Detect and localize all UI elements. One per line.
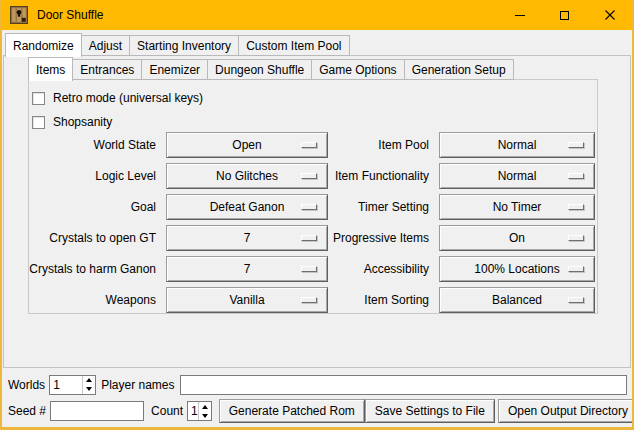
tab-entrances[interactable]: Entrances <box>73 59 142 80</box>
tab-generation-setup[interactable]: Generation Setup <box>405 59 514 80</box>
option-row: World State Open Item Pool Normal <box>29 129 597 160</box>
dropdown-indicator-icon <box>568 173 584 179</box>
spinner-up-button[interactable] <box>83 376 95 385</box>
app-window: Door Shuffle Randomize Adjust Starting I… <box>0 0 634 430</box>
dropdown-indicator-icon <box>568 297 584 303</box>
close-button[interactable] <box>587 0 632 30</box>
dropdown-world-state[interactable]: Open <box>166 132 328 158</box>
count-spinbox[interactable]: 1 <box>187 401 212 421</box>
dropdown-indicator-icon <box>568 142 584 148</box>
titlebar: Door Shuffle <box>2 0 632 30</box>
close-icon <box>604 9 616 21</box>
main-tabbar: Randomize Adjust Starting Inventory Cust… <box>5 33 350 56</box>
worlds-spinbox[interactable]: 1 <box>49 375 96 395</box>
save-settings-button[interactable]: Save Settings to File <box>365 399 495 423</box>
item-sorting-label: Item Sorting <box>328 293 434 307</box>
spinner-up-button[interactable] <box>199 402 211 411</box>
maximize-icon <box>560 11 569 20</box>
tab-label: Custom Item Pool <box>246 39 341 53</box>
spinner-down-button[interactable] <box>83 385 95 394</box>
dropdown-crystals-gt[interactable]: 7 <box>166 225 328 251</box>
player-names-label: Player names <box>101 378 174 392</box>
dropdown-value: No Glitches <box>216 169 278 183</box>
settings-tabbar: Items Entrances Enemizer Dungeon Shuffle… <box>28 57 514 80</box>
worlds-row: Worlds 1 Player names <box>8 374 627 395</box>
dropdown-indicator-icon <box>301 142 317 148</box>
window-title: Door Shuffle <box>37 8 104 22</box>
dropdown-value: Open <box>232 138 261 152</box>
dropdown-value: 100% Locations <box>474 262 559 276</box>
dropdown-item-pool[interactable]: Normal <box>439 132 595 158</box>
minimize-button[interactable] <box>497 0 542 30</box>
crystals-gt-label: Crystals to open GT <box>29 231 161 245</box>
dropdown-indicator-icon <box>301 266 317 272</box>
triangle-down-icon <box>86 387 92 391</box>
dropdown-indicator-icon <box>568 235 584 241</box>
tab-starting-inventory[interactable]: Starting Inventory <box>130 35 239 56</box>
generate-rom-button[interactable]: Generate Patched Rom <box>219 399 365 423</box>
tab-label: Game Options <box>319 63 396 77</box>
tab-label: Items <box>36 63 65 77</box>
tab-custom-item-pool[interactable]: Custom Item Pool <box>239 35 349 56</box>
seed-label: Seed # <box>8 404 46 418</box>
dropdown-value: 7 <box>244 231 251 245</box>
tab-items[interactable]: Items <box>28 57 73 81</box>
seed-input[interactable] <box>50 401 144 421</box>
worlds-value: 1 <box>50 376 82 394</box>
option-row: Goal Defeat Ganon Timer Setting No Timer <box>29 191 597 222</box>
dropdown-value: Balanced <box>492 293 542 307</box>
dropdown-accessibility[interactable]: 100% Locations <box>439 256 595 282</box>
tab-randomize[interactable]: Randomize <box>5 33 82 57</box>
world-state-label: World State <box>29 138 161 152</box>
item-pool-label: Item Pool <box>328 138 434 152</box>
items-panel: Retro mode (universal keys) Shopsanity W… <box>28 79 598 314</box>
shopsanity-checkbox[interactable] <box>32 116 45 129</box>
retro-mode-row: Retro mode (universal keys) <box>32 86 597 110</box>
dropdown-indicator-icon <box>301 297 317 303</box>
dropdown-weapons[interactable]: Vanilla <box>166 287 328 313</box>
door-icon <box>10 6 28 24</box>
count-value: 1 <box>188 402 198 420</box>
crystals-ganon-label: Crystals to harm Ganon <box>29 262 161 276</box>
open-output-button[interactable]: Open Output Directory <box>498 399 634 423</box>
dropdown-value: 7 <box>244 262 251 276</box>
player-names-input[interactable] <box>180 375 628 395</box>
count-label: Count <box>151 404 183 418</box>
dropdown-item-sorting[interactable]: Balanced <box>439 287 595 313</box>
tab-label: Starting Inventory <box>137 39 231 53</box>
seed-row: Seed # Count 1 Generate Patched Rom Save… <box>8 399 627 423</box>
worlds-label: Worlds <box>8 378 45 392</box>
dropdown-indicator-icon <box>301 204 317 210</box>
dropdown-indicator-icon <box>301 173 317 179</box>
triangle-up-icon <box>202 405 208 409</box>
spinner-arrows <box>82 376 95 394</box>
retro-mode-checkbox[interactable] <box>32 92 45 105</box>
dropdown-progressive-items[interactable]: On <box>439 225 595 251</box>
progressive-items-label: Progressive Items <box>328 231 434 245</box>
option-row: Crystals to harm Ganon 7 Accessibility 1… <box>29 253 597 284</box>
dropdown-timer-setting[interactable]: No Timer <box>439 194 595 220</box>
dropdown-value: Normal <box>498 138 537 152</box>
spinner-down-button[interactable] <box>199 411 211 420</box>
triangle-up-icon <box>86 378 92 382</box>
option-row: Crystals to open GT 7 Progressive Items … <box>29 222 597 253</box>
tab-label: Generation Setup <box>412 63 506 77</box>
tab-game-options[interactable]: Game Options <box>312 59 404 80</box>
dropdown-goal[interactable]: Defeat Ganon <box>166 194 328 220</box>
weapons-label: Weapons <box>29 293 161 307</box>
dropdown-indicator-icon <box>301 235 317 241</box>
shopsanity-label: Shopsanity <box>53 115 112 129</box>
tab-adjust[interactable]: Adjust <box>82 35 130 56</box>
dropdown-logic-level[interactable]: No Glitches <box>166 163 328 189</box>
tab-label: Randomize <box>13 39 74 53</box>
tab-label: Adjust <box>89 39 122 53</box>
tab-enemizer[interactable]: Enemizer <box>142 59 208 80</box>
tab-dungeon-shuffle[interactable]: Dungeon Shuffle <box>208 59 312 80</box>
dropdown-crystals-ganon[interactable]: 7 <box>166 256 328 282</box>
maximize-button[interactable] <box>542 0 587 30</box>
option-row: Logic Level No Glitches Item Functionali… <box>29 160 597 191</box>
timer-setting-label: Timer Setting <box>328 200 434 214</box>
dropdown-indicator-icon <box>568 266 584 272</box>
dropdown-item-functionality[interactable]: Normal <box>439 163 595 189</box>
dropdown-value: Normal <box>498 169 537 183</box>
